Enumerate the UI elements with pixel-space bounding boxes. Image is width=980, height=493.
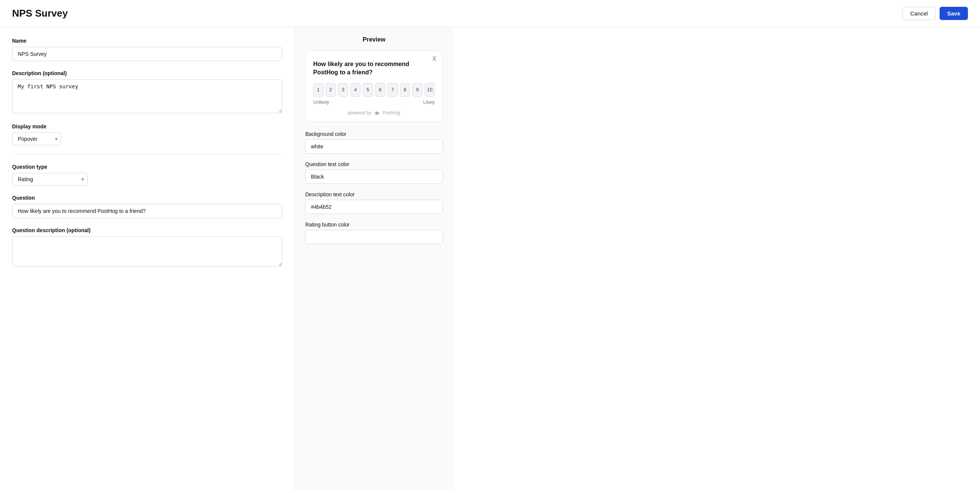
question-desc-label: Question description (optional) xyxy=(12,227,282,233)
question-input[interactable] xyxy=(12,204,282,218)
rating-btn-color-label: Rating button color xyxy=(305,222,443,228)
rating-btn-color-input[interactable] xyxy=(305,230,443,244)
question-type-group: Question type Rating Open text Multiple … xyxy=(12,164,282,186)
question-group: Question xyxy=(12,195,282,218)
display-mode-group: Display mode Popover Fullscreen ▾ xyxy=(12,124,282,145)
rating-btn-9[interactable]: 9 xyxy=(412,83,422,97)
posthog-label: PostHog xyxy=(383,110,400,116)
question-desc-textarea[interactable] xyxy=(12,236,282,266)
main-layout: Name Description (optional) My first NPS… xyxy=(0,27,980,490)
desc-color-input[interactable] xyxy=(305,200,443,214)
rating-btn-6[interactable]: 6 xyxy=(375,83,385,97)
display-mode-select-wrapper: Popover Fullscreen ▾ xyxy=(12,133,61,145)
page-header: NPS Survey Cancel Save xyxy=(0,0,980,27)
rating-btn-10[interactable]: 10 xyxy=(425,83,435,97)
rating-btn-5[interactable]: 5 xyxy=(363,83,373,97)
divider-1 xyxy=(12,154,282,155)
bg-color-input[interactable] xyxy=(305,139,443,154)
description-label: Description (optional) xyxy=(12,70,282,76)
question-label: Question xyxy=(12,195,282,201)
bg-color-label: Background color xyxy=(305,131,443,137)
display-mode-label: Display mode xyxy=(12,124,282,130)
question-desc-group: Question description (optional) xyxy=(12,227,282,268)
rating-labels: Unlikely Likely xyxy=(313,100,435,105)
desc-color-label: Description text color xyxy=(305,192,443,197)
header-actions: Cancel Save xyxy=(902,7,968,20)
question-type-select[interactable]: Rating Open text Multiple choice xyxy=(12,173,88,186)
description-textarea[interactable]: My first NPS survey xyxy=(12,79,282,113)
right-panel: Preview X How likely are you to recommen… xyxy=(295,27,453,490)
question-type-label: Question type xyxy=(12,164,282,170)
rating-buttons-row: 1 2 3 4 5 6 7 8 9 10 xyxy=(313,83,435,97)
unlikely-label: Unlikely xyxy=(313,100,329,105)
question-type-select-wrapper: Rating Open text Multiple choice ▾ xyxy=(12,173,88,186)
question-color-input[interactable] xyxy=(305,170,443,184)
question-color-label: Question text color xyxy=(305,161,443,167)
display-mode-select[interactable]: Popover Fullscreen xyxy=(12,133,61,145)
posthog-hedgehog-icon xyxy=(374,111,380,116)
bg-color-group: Background color xyxy=(305,131,443,154)
preview-card: X How likely are you to recommend PostHo… xyxy=(305,51,443,122)
rating-btn-1[interactable]: 1 xyxy=(313,83,323,97)
powered-by-text: powered by PostHog xyxy=(313,110,435,116)
likely-label: Likely xyxy=(423,100,435,105)
name-label: Name xyxy=(12,38,282,44)
rating-btn-2[interactable]: 2 xyxy=(326,83,336,97)
rating-btn-3[interactable]: 3 xyxy=(338,83,348,97)
description-group: Description (optional) My first NPS surv… xyxy=(12,70,282,114)
rating-btn-color-group: Rating button color xyxy=(305,222,443,244)
cancel-button[interactable]: Cancel xyxy=(902,7,936,20)
powered-by-label: powered by xyxy=(348,110,372,116)
rating-btn-7[interactable]: 7 xyxy=(388,83,398,97)
preview-question-text: How likely are you to recommend PostHog … xyxy=(313,60,435,77)
question-color-group: Question text color xyxy=(305,161,443,184)
desc-color-group: Description text color xyxy=(305,192,443,214)
name-input[interactable] xyxy=(12,47,282,61)
left-panel: Name Description (optional) My first NPS… xyxy=(0,27,295,490)
rating-btn-8[interactable]: 8 xyxy=(400,83,410,97)
page-title: NPS Survey xyxy=(12,8,68,19)
rating-btn-4[interactable]: 4 xyxy=(350,83,360,97)
save-button[interactable]: Save xyxy=(940,7,968,20)
preview-close-button[interactable]: X xyxy=(432,55,436,62)
preview-title: Preview xyxy=(305,36,443,43)
name-group: Name xyxy=(12,38,282,61)
